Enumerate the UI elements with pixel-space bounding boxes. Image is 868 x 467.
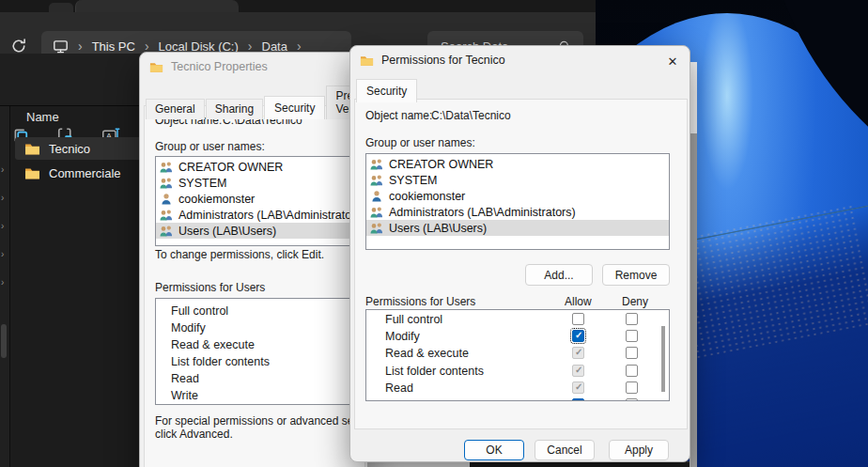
ok-button[interactable]: OK: [464, 440, 524, 460]
folder-icon: [24, 141, 40, 157]
dialog-title: Permissions for Tecnico: [381, 54, 505, 67]
group-name: SYSTEM: [389, 174, 437, 187]
permission-row[interactable]: Full control: [366, 311, 669, 328]
folder-icon: [149, 60, 163, 74]
group-listbox[interactable]: CREATOR OWNER SYSTEM cookiemonster Admin…: [365, 153, 670, 250]
group-icon: [369, 205, 384, 220]
allow-checkbox[interactable]: [572, 381, 584, 394]
permission-row[interactable]: List folder contents: [366, 363, 669, 380]
permissions-listbox[interactable]: Full control Modify Read & execute List …: [155, 298, 368, 405]
permission-item[interactable]: Read & execute: [156, 336, 368, 353]
permissions-listbox[interactable]: Full control Modify Read & execute List …: [365, 309, 670, 401]
folder-icon: [24, 165, 40, 181]
tree-chevron-icon[interactable]: [1, 221, 8, 232]
group-list-label: Group or user names:: [365, 136, 475, 149]
group-icon: [159, 208, 174, 223]
remove-button[interactable]: Remove: [602, 264, 670, 286]
deny-checkbox[interactable]: [626, 365, 638, 377]
tab-sharing[interactable]: Sharing: [206, 99, 263, 119]
breadcrumb-this-pc[interactable]: This PC: [92, 39, 135, 54]
deny-checkbox[interactable]: [626, 313, 638, 325]
group-item[interactable]: cookiemonster: [156, 191, 368, 207]
deny-checkbox[interactable]: [626, 381, 638, 394]
explorer-tab-fragment[interactable]: [49, 3, 73, 12]
cancel-button[interactable]: Cancel: [535, 440, 595, 460]
group-item[interactable]: CREATOR OWNER: [366, 156, 669, 172]
group-name: SYSTEM: [178, 177, 226, 190]
properties-dialog-titlebar[interactable]: Tecnico Properties: [140, 53, 367, 81]
add-button[interactable]: Add...: [525, 264, 593, 286]
tree-chevron-icon[interactable]: [1, 193, 8, 204]
permission-item[interactable]: List folder contents: [156, 353, 368, 370]
permission-row[interactable]: Read & execute: [366, 345, 669, 362]
permission-row[interactable]: Write: [366, 397, 669, 401]
close-icon[interactable]: ✕: [664, 53, 681, 70]
tab-security[interactable]: Security: [356, 79, 417, 102]
group-item-selected[interactable]: Users (LAB\Users): [366, 220, 669, 236]
tab-general[interactable]: General: [146, 99, 205, 119]
allow-checkbox[interactable]: [572, 313, 584, 325]
permissions-scrollbar[interactable]: [659, 312, 667, 398]
nav-scrollbar-thumb[interactable]: [1, 324, 7, 358]
permission-name: Read & execute: [385, 347, 469, 360]
user-icon: [159, 192, 174, 207]
permission-item[interactable]: Modify: [156, 319, 368, 336]
group-item[interactable]: Administrators (LAB\Administrators): [156, 207, 368, 223]
permission-name: Write: [385, 398, 412, 401]
tree-chevron-icon[interactable]: [1, 164, 8, 176]
scrollbar-thumb[interactable]: [661, 326, 665, 392]
group-listbox[interactable]: CREATOR OWNER SYSTEM cookiemonster Admin…: [155, 156, 368, 246]
chevron-right-icon: [78, 39, 83, 54]
apply-button[interactable]: Apply: [609, 440, 669, 460]
tree-chevron-icon[interactable]: [1, 277, 8, 288]
allow-checkbox[interactable]: [572, 365, 584, 377]
object-name-value: C:\Data\Tecnico: [431, 109, 511, 122]
permissions-dialog-titlebar[interactable]: Permissions for Tecnico: [350, 46, 690, 74]
properties-tabs: General Sharing Security Previous Vers: [146, 86, 368, 119]
allow-checkbox[interactable]: [572, 330, 584, 342]
deny-checkbox[interactable]: [626, 398, 638, 401]
refresh-icon[interactable]: [9, 37, 28, 55]
permissions-label: Permissions for Users: [155, 281, 265, 294]
group-name: cookiemonster: [178, 193, 255, 206]
group-name: CREATOR OWNER: [178, 161, 283, 174]
file-name: Tecnico: [49, 142, 90, 156]
group-item[interactable]: CREATOR OWNER: [156, 159, 368, 175]
explorer-tab-strip: [0, 0, 596, 12]
tab-security[interactable]: Security: [264, 96, 325, 119]
deny-checkbox[interactable]: [626, 347, 638, 359]
group-item[interactable]: SYSTEM: [156, 175, 368, 191]
group-name: Users (LAB\Users): [178, 225, 276, 238]
navigation-pane-edge: [0, 106, 10, 467]
group-icon: [159, 176, 174, 191]
allow-checkbox[interactable]: [572, 347, 584, 359]
group-item[interactable]: cookiemonster: [366, 188, 669, 204]
advanced-hint-line2: click Advanced.: [155, 428, 233, 441]
group-item[interactable]: Administrators (LAB\Administrators): [366, 204, 669, 220]
explorer-active-tab[interactable]: [75, 0, 239, 12]
group-item[interactable]: SYSTEM: [366, 172, 669, 188]
deny-checkbox[interactable]: [626, 330, 638, 342]
this-pc-icon[interactable]: [53, 39, 69, 54]
name-column-header[interactable]: Name: [26, 110, 59, 124]
permission-item[interactable]: Read: [156, 370, 368, 387]
permission-item[interactable]: Full control: [156, 303, 368, 319]
permission-name: Modify: [385, 330, 420, 343]
allow-checkbox[interactable]: [572, 398, 584, 401]
permission-item[interactable]: Write: [156, 387, 368, 404]
permission-name: Full control: [385, 313, 442, 326]
group-item-selected[interactable]: Users (LAB\Users): [156, 223, 368, 239]
permission-name: List folder contents: [385, 365, 484, 378]
permission-row[interactable]: Read: [366, 380, 669, 397]
tree-chevron-icon[interactable]: [1, 249, 8, 260]
properties-dialog: Tecnico Properties General Sharing Secur…: [139, 52, 368, 467]
group-name: cookiemonster: [389, 190, 465, 203]
group-name: Users (LAB\Users): [389, 222, 487, 235]
group-icon: [159, 224, 174, 239]
permissions-dialog: Permissions for Tecnico ✕ Security Objec…: [349, 45, 690, 462]
group-icon: [369, 221, 384, 236]
group-name: Administrators (LAB\Administrators): [389, 206, 576, 219]
file-name: Commerciale: [49, 166, 121, 180]
permission-row[interactable]: Modify: [366, 328, 669, 345]
group-name: CREATOR OWNER: [389, 158, 493, 171]
